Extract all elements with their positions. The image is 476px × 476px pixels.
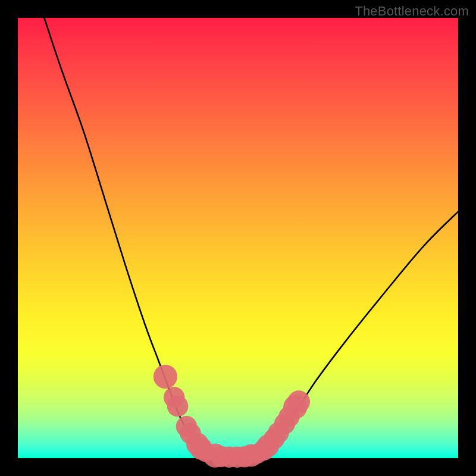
highlight-dot (287, 390, 310, 413)
highlight-dots (154, 365, 310, 468)
curve-svg (18, 18, 458, 458)
watermark-label: TheBottleneck.com (355, 4, 469, 19)
highlight-dot (167, 396, 189, 417)
chart-frame: TheBottleneck.com (0, 0, 476, 476)
plot-area (18, 18, 458, 458)
highlight-dot (154, 365, 177, 389)
bottleneck-curve (44, 18, 458, 458)
